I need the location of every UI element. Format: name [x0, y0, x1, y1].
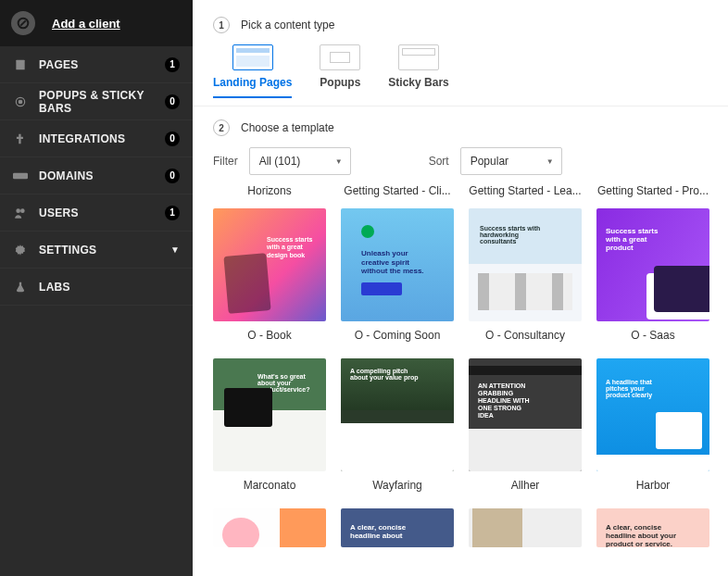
count-badge: 1 [165, 57, 180, 72]
popups-icon [13, 94, 28, 109]
step-label: Pick a content type [241, 19, 334, 31]
template-card[interactable]: Success starts with a great design bookO… [213, 208, 326, 342]
sidebar-item-label: LABS [39, 281, 180, 294]
step-one-row: 1 Pick a content type [213, 17, 709, 33]
template-thumbnail: A clear, concise headline about [341, 508, 454, 547]
svg-point-3 [19, 100, 22, 104]
chevron-down-icon: ▼ [170, 244, 180, 255]
landing-pages-thumb-icon [232, 44, 273, 70]
template-scroll-area[interactable]: Horizons Getting Started - Cli... Gettin… [193, 184, 728, 576]
template-thumbnail: Unleash your creative spirit without the… [341, 208, 454, 321]
template-thumbnail: Success starts with hardworking consulta… [469, 208, 582, 321]
sidebar-item-settings[interactable]: SETTINGS ▼ [0, 232, 193, 269]
filter-select[interactable]: All (101) [249, 147, 351, 175]
template-name: Getting Started - Cli... [341, 184, 454, 197]
sidebar-header: Add a client [0, 0, 193, 46]
template-name: Harbor [636, 479, 671, 492]
template-name: O - Consultancy [485, 329, 565, 342]
count-badge: 0 [165, 131, 180, 146]
count-badge: 0 [165, 94, 180, 109]
svg-rect-1 [16, 59, 24, 69]
content-type-tabs: Landing Pages Popups Sticky Bars [213, 44, 709, 98]
template-thumbnail [213, 508, 326, 547]
template-name: O - Book [247, 329, 291, 342]
template-name: O - Saas [631, 329, 674, 342]
tab-popups[interactable]: Popups [320, 44, 360, 98]
sidebar-item-integrations[interactable]: INTEGRATIONS 0 [0, 120, 193, 157]
step-label: Choose a template [241, 121, 334, 134]
tab-label: Sticky Bars [388, 76, 448, 89]
template-card[interactable]: A headline that pitches your product cle… [596, 358, 709, 492]
add-client-link[interactable]: Add a client [52, 17, 120, 31]
filter-label: Filter [213, 155, 238, 168]
template-card[interactable]: AN ATTENTION GRABBING HEADLINE WITH ONE … [469, 358, 582, 492]
count-badge: 1 [165, 206, 180, 220]
svg-point-5 [16, 208, 20, 213]
count-badge: 0 [165, 169, 180, 183]
sidebar-item-label: DOMAINS [39, 169, 154, 182]
template-card[interactable] [213, 508, 326, 547]
template-card[interactable]: A clear, concise headline about [341, 508, 454, 547]
tab-label: Popups [320, 76, 360, 89]
sticky-bars-thumb-icon [398, 44, 439, 70]
sidebar: Add a client PAGES 1 POPUPS & STICKY BAR… [0, 0, 193, 576]
sidebar-item-users[interactable]: USERS 1 [0, 194, 193, 232]
template-thumbnail [469, 508, 582, 547]
step-number: 2 [213, 119, 230, 136]
tab-sticky-bars[interactable]: Sticky Bars [388, 44, 448, 98]
sidebar-item-label: INTEGRATIONS [39, 132, 154, 145]
sidebar-item-labs[interactable]: LABS [0, 269, 193, 306]
sidebar-item-popups[interactable]: POPUPS & STICKY BARS 0 [0, 83, 193, 120]
template-card[interactable]: A compelling pitch about your value prop… [341, 358, 454, 492]
template-card[interactable]: Success starts with hardworking consulta… [469, 208, 582, 342]
template-thumbnail: Success starts with a great design book [213, 208, 326, 321]
app-logo[interactable] [11, 11, 35, 35]
template-name: Wayfaring [372, 479, 422, 492]
pages-icon [13, 57, 28, 72]
template-thumbnail: A compelling pitch about your value prop [341, 358, 454, 471]
sidebar-item-label: POPUPS & STICKY BARS [39, 89, 154, 115]
integrations-icon [13, 131, 28, 146]
sidebar-item-label: SETTINGS [39, 244, 159, 257]
sort-label: Sort [429, 155, 449, 168]
template-thumbnail: What's so great about your product/servi… [213, 358, 326, 471]
sort-select[interactable]: Popular [460, 147, 562, 175]
svg-point-6 [20, 208, 25, 213]
step-two-row: 2 Choose a template [213, 119, 709, 136]
users-icon [13, 206, 28, 220]
template-name: Allher [511, 479, 540, 492]
template-card[interactable]: What's so great about your product/servi… [213, 358, 326, 492]
labs-icon [13, 280, 28, 294]
popups-thumb-icon [320, 44, 360, 70]
template-name: Getting Started - Pro... [596, 184, 709, 197]
step-number: 1 [213, 17, 230, 33]
template-card[interactable] [469, 508, 582, 547]
template-thumbnail: AN ATTENTION GRABBING HEADLINE WITH ONE … [469, 358, 582, 471]
template-name: Horizons [213, 184, 326, 197]
template-card[interactable]: Success starts with a great productO - S… [596, 208, 709, 342]
sidebar-item-label: USERS [39, 207, 154, 219]
sidebar-item-domains[interactable]: DOMAINS 0 [0, 157, 193, 194]
template-thumbnail: Success starts with a great product [596, 208, 709, 321]
filter-bar: Filter All (101) Sort Popular [213, 147, 709, 175]
template-name: O - Coming Soon [355, 329, 441, 342]
tab-landing-pages[interactable]: Landing Pages [213, 44, 292, 98]
template-card[interactable]: A clear, concise headline about your pro… [596, 508, 709, 547]
svg-rect-4 [13, 172, 28, 179]
partial-template-row: Horizons Getting Started - Cli... Gettin… [213, 184, 709, 197]
main-panel: 1 Pick a content type Landing Pages Popu… [193, 0, 728, 576]
template-name: Getting Started - Lea... [469, 184, 582, 197]
template-name: Marconato [244, 479, 296, 492]
sidebar-item-label: PAGES [39, 58, 154, 71]
domains-icon [13, 169, 28, 183]
template-thumbnail: A headline that pitches your product cle… [596, 358, 709, 471]
sidebar-item-pages[interactable]: PAGES 1 [0, 46, 193, 83]
gear-icon [13, 243, 28, 257]
template-thumbnail: A clear, concise headline about your pro… [596, 508, 709, 547]
template-grid: Success starts with a great design bookO… [213, 208, 709, 547]
template-card[interactable]: Unleash your creative spirit without the… [341, 208, 454, 342]
tab-label: Landing Pages [213, 76, 292, 89]
